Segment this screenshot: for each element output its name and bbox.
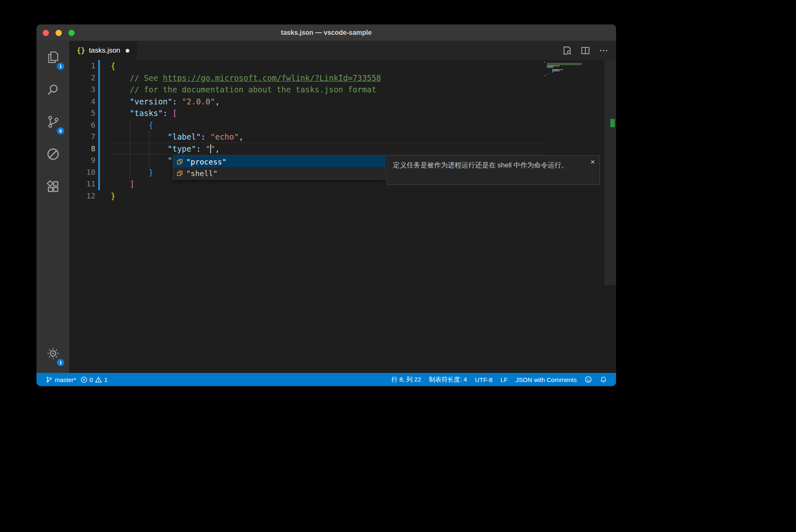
code-line-1[interactable]: 1{ [69, 60, 381, 72]
warning-icon [95, 376, 102, 383]
suggest-documentation-text: 定义任务是被作为进程运行还是在 shell 中作为命令运行。 [393, 161, 568, 169]
run-debug-icon [46, 147, 61, 163]
suggest-widget: "process" "shell" [173, 155, 386, 179]
extensions-icon [46, 179, 61, 196]
split-editor-button[interactable] [580, 45, 591, 56]
vscode-window: tasks.json — vscode-sample 1 [36, 24, 616, 386]
line-number: 4 [69, 96, 95, 108]
activity-explorer-button[interactable]: 1 [36, 42, 69, 74]
feedback-smiley-button[interactable] [585, 376, 592, 383]
code-line-8[interactable]: 8 "type": "", [69, 143, 381, 155]
minimap[interactable] [544, 62, 604, 79]
line-number: 12 [69, 190, 95, 202]
editor-group: {} tasks.json [69, 41, 616, 373]
line-number: 6 [69, 119, 95, 131]
indentation-item[interactable]: 制表符长度: 4 [429, 376, 467, 384]
tab-label: tasks.json [89, 46, 120, 55]
branch-name: master* [55, 376, 76, 383]
code-line-text: } [95, 167, 153, 179]
modified-indicator-dot[interactable] [126, 49, 129, 53]
title-bar: tasks.json — vscode-sample [36, 24, 616, 41]
suggest-item-label: "process" [186, 157, 227, 166]
line-number: 3 [69, 84, 95, 96]
code-editor[interactable]: 1{2 // See https://go.microsoft.com/fwli… [69, 60, 616, 373]
code-line-12[interactable]: 12} [69, 190, 381, 202]
json-file-icon: {} [77, 46, 85, 55]
eol-item[interactable]: LF [500, 376, 508, 383]
scrollbar-slider[interactable] [604, 60, 616, 285]
code-lines: 1{2 // See https://go.microsoft.com/fwli… [69, 60, 381, 202]
minimap-line [544, 75, 604, 77]
vertical-scrollbar[interactable] [604, 60, 616, 373]
warning-count: 1 [104, 376, 107, 383]
activity-extensions-button[interactable] [36, 171, 69, 203]
code-line-text: { [95, 119, 153, 131]
workbench: 1 6 [36, 41, 616, 373]
find-in-file-button[interactable] [561, 45, 573, 56]
modified-lines-gutter-bar [98, 60, 100, 190]
code-line-text: " [95, 155, 172, 167]
editor-actions [561, 41, 609, 60]
activity-source-control-button[interactable]: 6 [36, 106, 69, 139]
explorer-badge: 1 [57, 63, 64, 70]
cursor-position-item[interactable]: 行 8, 列 22 [391, 376, 421, 384]
line-number: 9 [69, 155, 95, 167]
code-line-4[interactable]: 4 "version": "2.0.0", [69, 96, 381, 108]
line-number: 10 [69, 167, 95, 179]
code-line-text: "label": "echo", [95, 131, 243, 143]
code-line-5[interactable]: 5 "tasks": [ [69, 107, 381, 119]
source-control-badge: 6 [57, 127, 64, 135]
search-icon [46, 82, 61, 99]
code-line-11[interactable]: 11 ] [69, 178, 381, 190]
activity-bar: 1 6 [36, 41, 69, 373]
suggest-item-shell[interactable]: "shell" [173, 167, 385, 179]
more-actions-button[interactable] [598, 45, 609, 56]
enum-value-icon [176, 169, 183, 177]
code-line-text: "tasks": [ [95, 107, 177, 119]
activity-settings-button[interactable]: 1 [36, 338, 69, 370]
line-number: 11 [69, 178, 95, 190]
suggest-item-process[interactable]: "process" [173, 156, 385, 167]
code-line-text: "type": "", [95, 143, 220, 155]
line-number: 2 [69, 72, 95, 84]
code-line-text: ] [95, 178, 134, 190]
code-line-7[interactable]: 7 "label": "echo", [69, 131, 381, 143]
status-bar-left: master* 0 1 [36, 376, 107, 383]
line-number: 1 [69, 60, 95, 72]
code-line-text: } [95, 190, 115, 202]
code-line-text: // for the documentation about the tasks… [95, 84, 376, 96]
code-line-text: "version": "2.0.0", [95, 96, 220, 108]
status-bar: master* 0 1 行 8, 列 22 制表符长度: 4 UTF-8 [36, 373, 616, 386]
line-number: 5 [69, 107, 95, 119]
suggest-documentation-panel: 定义任务是被作为进程运行还是在 shell 中作为命令运行。 × [387, 155, 600, 185]
enum-value-icon [176, 158, 183, 165]
overview-ruler-added-mark [610, 119, 615, 127]
git-branch-icon [46, 376, 53, 383]
line-number: 7 [69, 131, 95, 143]
activity-run-debug-button[interactable] [36, 139, 69, 171]
branch-status-item[interactable]: master* [46, 376, 76, 383]
code-line-3[interactable]: 3 // for the documentation about the tas… [69, 84, 381, 96]
status-bar-right: 行 8, 列 22 制表符长度: 4 UTF-8 LF JSON with Co… [391, 376, 616, 384]
screen: tasks.json — vscode-sample 1 [0, 0, 796, 532]
settings-badge: 1 [57, 359, 64, 366]
encoding-item[interactable]: UTF-8 [475, 376, 493, 383]
error-icon [80, 376, 87, 383]
code-line-text: // See https://go.microsoft.com/fwlink/?… [95, 72, 381, 84]
line-number: 8 [69, 143, 95, 155]
notifications-bell-button[interactable] [600, 376, 607, 383]
code-line-6[interactable]: 6 { [69, 119, 381, 131]
close-icon[interactable]: × [590, 157, 595, 167]
bell-icon [600, 376, 607, 383]
code-line-2[interactable]: 2 // See https://go.microsoft.com/fwlink… [69, 72, 381, 84]
window-title: tasks.json — vscode-sample [36, 24, 616, 41]
activity-search-button[interactable] [36, 74, 69, 106]
suggest-item-label: "shell" [186, 169, 218, 178]
tab-bar: {} tasks.json [69, 41, 616, 60]
error-count: 0 [90, 376, 93, 383]
text-cursor [210, 144, 211, 153]
tab-tasks-json[interactable]: {} tasks.json [69, 41, 137, 60]
problems-status-item[interactable]: 0 1 [80, 376, 108, 383]
smiley-icon [585, 376, 592, 383]
language-mode-item[interactable]: JSON with Comments [515, 376, 577, 383]
